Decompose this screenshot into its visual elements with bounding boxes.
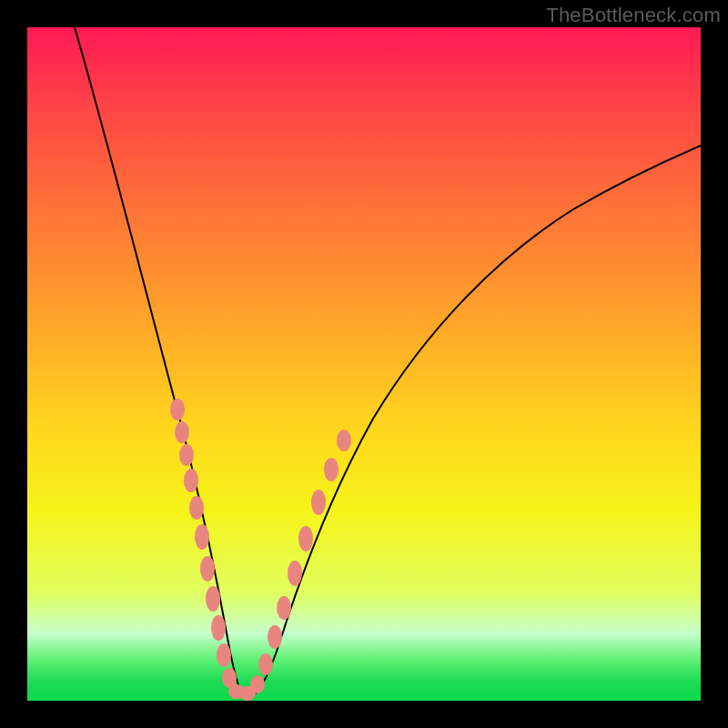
- svg-point-14: [258, 653, 273, 675]
- svg-point-20: [324, 458, 339, 481]
- curve-layer: [27, 27, 701, 701]
- svg-point-9: [217, 643, 231, 667]
- svg-point-3: [184, 469, 198, 492]
- svg-point-15: [268, 625, 282, 649]
- svg-point-1: [175, 421, 189, 443]
- watermark-text: TheBottleneck.com: [546, 4, 721, 27]
- svg-point-4: [189, 496, 204, 520]
- bottleneck-curve: [75, 27, 701, 698]
- svg-point-21: [337, 430, 351, 451]
- svg-point-7: [206, 586, 220, 612]
- svg-point-8: [211, 615, 226, 641]
- svg-point-16: [277, 596, 291, 620]
- svg-point-0: [170, 399, 185, 420]
- svg-point-18: [298, 526, 313, 551]
- svg-point-19: [311, 490, 326, 515]
- plot-area: [27, 27, 701, 701]
- svg-point-13: [250, 675, 265, 693]
- svg-point-2: [179, 444, 194, 466]
- svg-point-6: [200, 556, 215, 581]
- bead-cluster: [170, 399, 351, 701]
- svg-point-17: [288, 561, 302, 586]
- chart-frame: TheBottleneck.com: [0, 0, 728, 728]
- svg-point-5: [195, 524, 209, 550]
